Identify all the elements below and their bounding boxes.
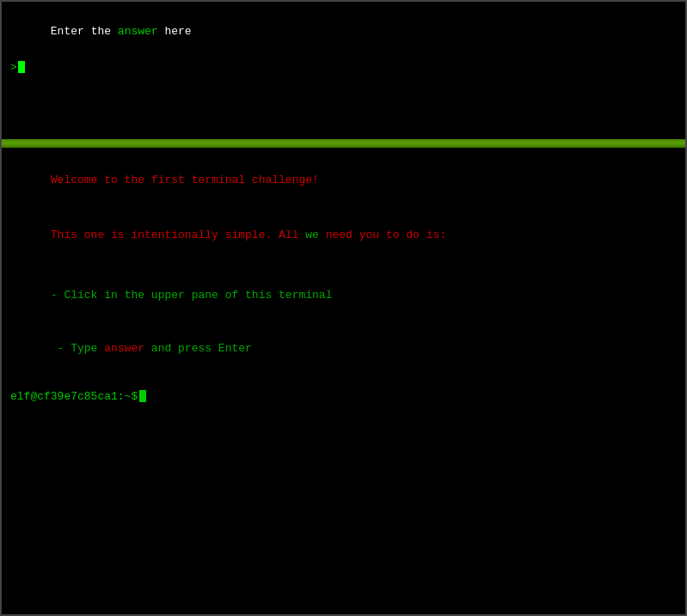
info-text-we: we: [305, 229, 319, 241]
lower-pane: Welcome to the first terminal challenge!…: [2, 148, 685, 614]
cursor: [18, 61, 25, 73]
input-line[interactable]: >: [10, 61, 677, 74]
welcome-text: Welcome to the first terminal challenge!: [51, 174, 319, 186]
prompt-label: Enter the answer here: [10, 9, 677, 56]
instruction2-suffix: and press Enter: [144, 342, 252, 355]
info-text-part2: need you to do is:: [319, 229, 446, 241]
prompt-text-enter: Enter: [51, 25, 91, 38]
instruction1-text: - Click in the upper pane of this termin…: [51, 289, 333, 302]
info-text-part1: This one is intentionally simple. All: [51, 229, 305, 241]
welcome-line: Welcome to the first terminal challenge!: [10, 155, 677, 205]
divider-bar: [2, 139, 685, 148]
upper-pane[interactable]: Enter the answer here >: [2, 2, 685, 139]
instruction2-line: - Type answer and press Enter: [10, 322, 677, 375]
info-line: This one is intentionally simple. All we…: [10, 210, 677, 261]
instruction1-line: - Click in the upper pane of this termin…: [10, 269, 677, 322]
shell-prompt-text: elf@cf39e7c85ca1:~$: [10, 390, 138, 403]
instruction2-answer-word: answer: [104, 342, 144, 355]
instruction2-prefix: - Type: [51, 342, 104, 355]
prompt-answer-word: answer: [118, 25, 158, 38]
terminal-window: Enter the answer here > Welcome to the f…: [0, 0, 687, 616]
shell-cursor: [139, 390, 146, 402]
prompt-text-the: the: [91, 25, 118, 38]
prompt-text-here: here: [158, 25, 192, 38]
shell-prompt-line[interactable]: elf@cf39e7c85ca1:~$: [10, 390, 677, 403]
input-prompt-symbol: >: [10, 61, 17, 74]
